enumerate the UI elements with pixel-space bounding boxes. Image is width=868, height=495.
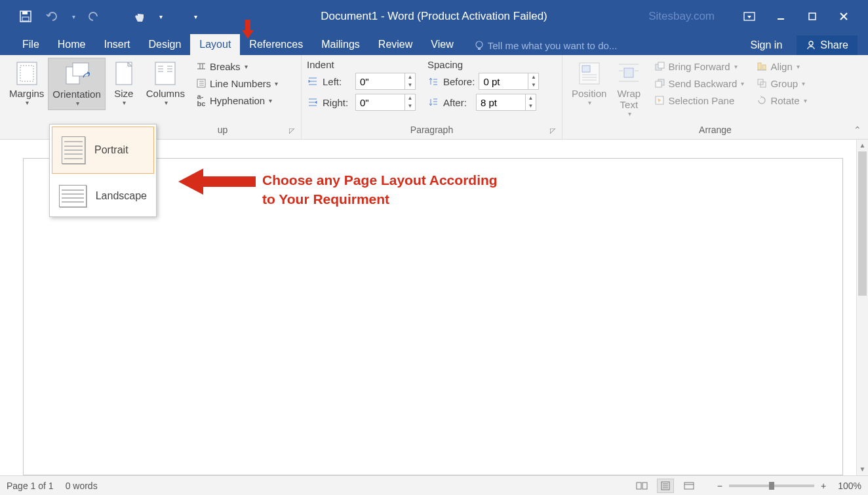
margins-button[interactable]: Margins ▾: [5, 58, 48, 109]
orientation-portrait-item[interactable]: Portrait: [52, 127, 154, 174]
position-button[interactable]: Position ▾: [568, 58, 610, 109]
ribbon-tabs: File Home Insert Design Layout Reference…: [0, 33, 868, 55]
chevron-down-icon: ▾: [588, 99, 591, 106]
spacing-after-field[interactable]: [477, 96, 525, 109]
orientation-landscape-item[interactable]: Landscape: [50, 176, 156, 216]
sign-in-button[interactable]: Sign in: [745, 35, 787, 55]
spin-up-icon[interactable]: ▲: [528, 73, 538, 81]
spin-down-icon[interactable]: ▼: [405, 81, 415, 89]
svg-rect-38: [658, 62, 664, 68]
paragraph-launcher-icon[interactable]: ◸: [550, 127, 555, 135]
touch-dropdown-icon[interactable]: ▾: [159, 13, 163, 20]
spacing-after-input[interactable]: ▲▼: [476, 94, 536, 111]
zoom-slider[interactable]: [729, 485, 814, 487]
spin-down-icon[interactable]: ▼: [528, 81, 538, 89]
svg-rect-28: [582, 66, 590, 72]
svg-rect-9: [478, 48, 481, 50]
lightbulb-icon: [475, 41, 484, 51]
vertical-scrollbar[interactable]: ▲ ▼: [856, 140, 868, 475]
send-backward-button[interactable]: Send Backward ▾: [651, 76, 747, 90]
align-icon: [756, 60, 768, 72]
indent-left-input[interactable]: ▲▼: [355, 73, 416, 90]
tab-design[interactable]: Design: [139, 34, 190, 55]
spacing-before-field[interactable]: [479, 75, 528, 89]
svg-rect-32: [624, 68, 633, 77]
spin-up-icon[interactable]: ▲: [526, 94, 536, 102]
tab-layout[interactable]: Layout: [190, 34, 240, 55]
columns-icon: [152, 60, 178, 87]
ribbon-display-icon[interactable]: [741, 8, 758, 25]
selection-pane-button[interactable]: Selection Pane: [651, 93, 747, 108]
scroll-up-icon[interactable]: ▲: [857, 140, 868, 151]
scroll-down-icon[interactable]: ▼: [857, 464, 868, 475]
zoom-level[interactable]: 100%: [838, 481, 861, 491]
spin-down-icon[interactable]: ▼: [526, 102, 536, 110]
selection-pane-icon: [654, 94, 665, 106]
minimize-icon[interactable]: [772, 8, 789, 25]
redo-icon[interactable]: [87, 9, 102, 24]
size-button[interactable]: Size ▾: [106, 58, 142, 109]
indent-right-field[interactable]: [356, 96, 404, 109]
share-button[interactable]: Share: [797, 35, 858, 55]
web-layout-icon[interactable]: [681, 479, 698, 493]
undo-icon[interactable]: [45, 9, 59, 24]
hyphenation-button[interactable]: a-bc Hyphenation ▾: [193, 93, 281, 108]
spin-up-icon[interactable]: ▲: [405, 73, 415, 81]
rotate-label: Rotate: [770, 95, 799, 106]
maximize-icon[interactable]: [804, 8, 821, 25]
spin-up-icon[interactable]: ▲: [405, 94, 415, 102]
tab-file[interactable]: File: [13, 34, 49, 55]
spin-down-icon[interactable]: ▼: [405, 102, 415, 110]
tab-review[interactable]: Review: [369, 34, 422, 55]
share-icon: [806, 40, 816, 50]
columns-button[interactable]: Columns ▾: [142, 58, 189, 109]
svg-rect-5: [809, 13, 816, 20]
group-objects-button[interactable]: Group ▾: [753, 76, 809, 90]
line-numbers-button[interactable]: Line Numbers ▾: [193, 76, 281, 90]
page-status[interactable]: Page 1 of 1: [7, 481, 54, 491]
breaks-icon: [195, 60, 207, 72]
touch-mode-icon[interactable]: [132, 9, 146, 24]
svg-rect-53: [684, 483, 694, 489]
hyphenation-label: Hyphenation: [210, 95, 265, 106]
position-icon: [576, 60, 602, 87]
wrap-text-button[interactable]: Wrap Text ▾: [610, 58, 647, 120]
rotate-button[interactable]: Rotate ▾: [753, 93, 809, 108]
spacing-before-input[interactable]: ▲▼: [479, 73, 539, 90]
spacing-before-icon: [427, 75, 439, 87]
word-count[interactable]: 0 words: [66, 481, 98, 491]
tab-mailings[interactable]: Mailings: [312, 34, 369, 55]
indent-left-field[interactable]: [356, 75, 404, 89]
indent-right-input[interactable]: ▲▼: [355, 94, 416, 111]
orientation-button[interactable]: Orientation ▾: [48, 58, 105, 110]
annotation-text: Choose any Page Layout According to Your…: [262, 170, 498, 209]
bring-forward-button[interactable]: Bring Forward ▾: [651, 59, 747, 73]
selection-pane-label: Selection Pane: [668, 95, 734, 106]
tab-view[interactable]: View: [422, 34, 462, 55]
indent-left-icon: [307, 75, 319, 87]
print-layout-icon[interactable]: [657, 479, 674, 493]
read-mode-icon[interactable]: [633, 479, 650, 493]
tell-me-search[interactable]: Tell me what you want to do...: [468, 36, 624, 55]
undo-dropdown-icon[interactable]: ▾: [72, 13, 75, 20]
page-setup-launcher-icon[interactable]: ◸: [289, 127, 294, 135]
window-title: Document1 - Word (Product Activation Fai…: [321, 10, 547, 23]
send-backward-icon: [654, 77, 665, 89]
rotate-icon: [756, 94, 768, 106]
tab-home[interactable]: Home: [49, 34, 95, 55]
portrait-label: Portrait: [94, 144, 128, 156]
group-paragraph: Indent Left: ▲▼ Right: ▲▼: [302, 55, 562, 139]
tab-insert[interactable]: Insert: [94, 34, 139, 55]
breaks-button[interactable]: Breaks ▾: [193, 59, 281, 73]
zoom-in-button[interactable]: +: [821, 481, 826, 491]
close-icon[interactable]: [835, 8, 852, 25]
collapse-ribbon-icon[interactable]: ⌃: [854, 125, 861, 135]
align-button[interactable]: Align ▾: [753, 59, 809, 73]
chevron-down-icon: ▾: [269, 97, 272, 104]
zoom-slider-thumb[interactable]: [769, 482, 774, 490]
save-icon[interactable]: [18, 9, 33, 24]
scroll-thumb[interactable]: [858, 151, 867, 296]
chevron-down-icon: ▾: [165, 99, 168, 106]
zoom-out-button[interactable]: −: [717, 481, 722, 491]
qat-customize-icon[interactable]: ▾: [194, 13, 197, 20]
